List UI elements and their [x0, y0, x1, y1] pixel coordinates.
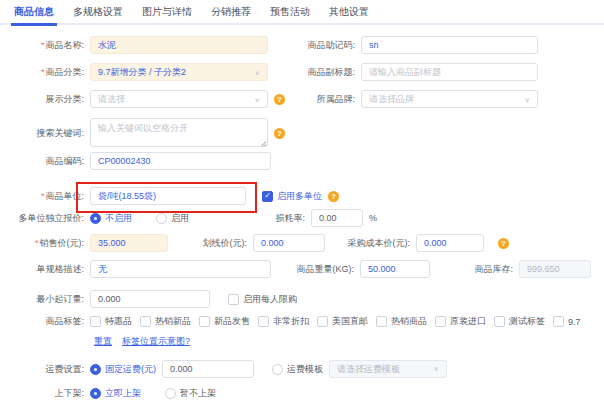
subtitle-input[interactable] — [361, 63, 538, 81]
radio-on-icon[interactable] — [90, 213, 101, 224]
help-icon[interactable]: ? — [328, 191, 339, 202]
checkbox-unchecked-icon[interactable] — [199, 316, 210, 327]
checkbox-unchecked-icon[interactable] — [140, 316, 151, 327]
tag-checkbox[interactable]: 非常折扣 — [258, 315, 309, 328]
cost-price-input[interactable] — [416, 234, 484, 252]
freight-template-select: 请选择运费模板 ∨ — [329, 360, 447, 378]
brand-label: 所属品牌: — [270, 93, 355, 106]
unit-label: *商品单位: — [0, 190, 84, 203]
freight-label: 运费设置: — [0, 363, 84, 376]
loss-rate-label: 损耗率: — [235, 212, 305, 225]
sale-price-input[interactable] — [90, 234, 168, 252]
tag-checkbox[interactable]: 热销商品 — [376, 315, 427, 328]
limit-per-user-checkbox[interactable]: 启用每人限购 — [228, 293, 297, 306]
checkbox-unchecked-icon[interactable] — [228, 294, 239, 305]
tab-multi-spec[interactable]: 多规格设置 — [73, 0, 123, 24]
radio-off-icon[interactable] — [272, 364, 283, 375]
tab-product-info[interactable]: 商品信息 — [14, 0, 54, 24]
radio-disable[interactable]: 不启用 — [90, 212, 132, 225]
product-code-label: 商品编码: — [0, 155, 84, 168]
category-label: *商品分类: — [0, 66, 84, 79]
mnemonic-input[interactable] — [361, 36, 538, 54]
weight-label: 商品重量(KG): — [268, 263, 354, 276]
stock-label: 商品库存: — [455, 263, 513, 276]
tags-label: 商品标签: — [0, 315, 84, 328]
display-category-select[interactable]: 请选择 ∨ — [90, 90, 268, 108]
line-price-label: 划线价(元): — [170, 237, 247, 250]
sale-price-field: *销售价(元): — [0, 234, 168, 252]
checkbox-unchecked-icon[interactable] — [258, 316, 269, 327]
keywords-field: 搜索关键词: ? — [0, 118, 285, 149]
checkbox-unchecked-icon[interactable] — [435, 316, 446, 327]
tags-field: 商品标签: 特惠品 热销新品 新品发售 非常折扣 美国直邮 热销商品 原装进口 … — [0, 315, 581, 328]
checkbox-checked-icon[interactable]: ✓ — [262, 191, 273, 202]
tab-presale[interactable]: 预售活动 — [270, 0, 310, 24]
keywords-textarea[interactable] — [90, 118, 268, 147]
radio-off-icon[interactable] — [165, 388, 176, 399]
subtitle-field: 商品副标题: — [270, 63, 538, 81]
radio-on-icon[interactable] — [90, 364, 101, 375]
checkbox-unchecked-icon[interactable] — [376, 316, 387, 327]
percent-suffix: % — [369, 213, 377, 223]
display-category-label: 展示分类: — [0, 93, 84, 106]
tag-links: 重置 标签位置示意图? — [94, 335, 190, 348]
radio-on-icon[interactable] — [90, 388, 101, 399]
tab-other-settings[interactable]: 其他设置 — [329, 0, 369, 24]
line-price-field: 划线价(元): — [170, 234, 325, 252]
radio-off-icon[interactable] — [156, 213, 167, 224]
freight-fixed-input[interactable] — [162, 360, 254, 378]
category-select[interactable]: 9.7新增分类 / 子分类2 ∨ — [90, 63, 268, 81]
product-edit-page: 商品信息 多规格设置 图片与详情 分销推荐 预售活动 其他设置 *商品名称: 商… — [0, 0, 604, 404]
required-mark: * — [41, 67, 45, 77]
reset-link[interactable]: 重置 — [94, 335, 112, 348]
multi-unit-price-label: 多单位独立报价: — [0, 212, 84, 225]
stock-field: 商品库存: — [455, 260, 591, 278]
cost-price-label: 采购成本价(元): — [330, 237, 410, 250]
line-price-input[interactable] — [253, 234, 325, 252]
spec-desc-input[interactable] — [90, 260, 271, 278]
tag-checkbox[interactable]: 测试标签 — [494, 315, 545, 328]
checkbox-unchecked-icon[interactable] — [90, 316, 101, 327]
help-icon[interactable]: ? — [498, 238, 509, 249]
cost-price-field: 采购成本价(元): ? — [330, 234, 509, 252]
freight-template-radio[interactable]: 运费模板 — [272, 363, 323, 376]
chevron-down-icon: ∨ — [524, 95, 530, 102]
weight-input[interactable] — [360, 260, 430, 278]
chevron-down-icon: ∨ — [254, 95, 260, 102]
tab-distribution[interactable]: 分销推荐 — [211, 0, 251, 24]
shelf-off-radio[interactable]: 暂不上架 — [165, 387, 216, 400]
subtitle-label: 商品副标题: — [270, 66, 355, 79]
tab-bar: 商品信息 多规格设置 图片与详情 分销推荐 预售活动 其他设置 — [0, 0, 604, 25]
checkbox-unchecked-icon[interactable] — [553, 316, 564, 327]
weight-field: 商品重量(KG): — [268, 260, 430, 278]
shelf-on-radio[interactable]: 立即上架 — [90, 387, 141, 400]
tag-list: 特惠品 热销新品 新品发售 非常折扣 美国直邮 热销商品 原装进口 测试标签 9… — [90, 315, 581, 328]
required-mark: * — [41, 191, 45, 201]
multi-unit-checkbox[interactable]: ✓ 启用多单位 — [262, 190, 322, 203]
min-order-input[interactable] — [90, 290, 210, 308]
brand-field: 所属品牌: 请选择品牌 ∨ — [270, 90, 538, 108]
product-code-input[interactable] — [90, 152, 271, 170]
tab-images-detail[interactable]: 图片与详情 — [142, 0, 192, 24]
tag-checkbox[interactable]: 特惠品 — [90, 315, 132, 328]
tag-checkbox[interactable]: 美国直邮 — [317, 315, 368, 328]
tag-checkbox[interactable]: 9.7 — [553, 316, 581, 327]
spec-desc-label: 单规格描述: — [0, 263, 84, 276]
product-name-input[interactable] — [90, 36, 268, 54]
checkbox-unchecked-icon[interactable] — [494, 316, 505, 327]
help-icon[interactable]: ? — [274, 128, 285, 139]
brand-select[interactable]: 请选择品牌 ∨ — [361, 90, 538, 108]
freight-fixed-radio[interactable]: 固定运费(元) — [90, 363, 156, 376]
unit-input[interactable] — [90, 187, 246, 205]
tag-position-link[interactable]: 标签位置示意图? — [122, 335, 190, 348]
tag-checkbox[interactable]: 原装进口 — [435, 315, 486, 328]
tag-checkbox[interactable]: 新品发售 — [199, 315, 250, 328]
radio-enable[interactable]: 启用 — [156, 212, 189, 225]
checkbox-unchecked-icon[interactable] — [317, 316, 328, 327]
resize-handle-icon[interactable] — [260, 140, 266, 146]
shelf-field: 上下架: 立即上架 暂不上架 — [0, 387, 216, 400]
loss-rate-input[interactable] — [311, 209, 363, 227]
mnemonic-field: 商品助记码: — [270, 36, 538, 54]
keywords-label: 搜索关键词: — [0, 127, 84, 140]
tag-checkbox[interactable]: 热销新品 — [140, 315, 191, 328]
